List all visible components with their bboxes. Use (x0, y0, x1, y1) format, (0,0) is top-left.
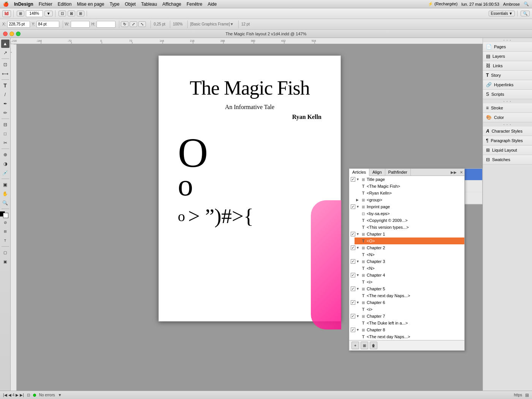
pencil-tool[interactable]: ✏ (1, 109, 10, 117)
list-item[interactable]: T <This version types...> (355, 224, 464, 231)
next-page-btn[interactable]: ▶ (16, 393, 19, 397)
menu-mise-en-page[interactable]: Mise en page (77, 2, 104, 7)
selection-tool[interactable]: ▲ (1, 40, 10, 48)
eyedropper-tool[interactable]: 💉 (1, 169, 10, 177)
list-item[interactable]: ▼ ⊞ Chapter 6 (349, 299, 464, 306)
workspace-selector[interactable]: Essentials ▼ (489, 11, 515, 16)
x-field[interactable] (7, 21, 30, 28)
tab-pathfinder[interactable]: Pathfinder (385, 169, 411, 176)
menu-affichage[interactable]: Affichage (162, 2, 181, 7)
search-icon[interactable]: 🔍 (524, 2, 529, 6)
list-item[interactable]: T <O> (355, 238, 464, 244)
panel-pages[interactable]: 📄 Pages (483, 42, 532, 52)
delete-article-btn[interactable]: 🗑 (370, 342, 377, 349)
panel-toggle-btn[interactable]: ⊞ (525, 393, 529, 398)
minimize-button[interactable] (10, 32, 14, 36)
expand-ch1[interactable]: ▼ (356, 232, 360, 236)
expand-imprint[interactable]: ▼ (356, 205, 360, 209)
checkbox-ch8[interactable] (351, 328, 355, 332)
checkbox-ch6[interactable] (351, 300, 355, 305)
container-mode-btn[interactable]: ⊞ (1, 227, 10, 236)
gradient-tool[interactable]: ◑ (1, 160, 10, 168)
layout-btn3[interactable]: ⊞ (77, 11, 84, 16)
rotate-btn[interactable]: ↻ (121, 21, 128, 27)
list-item[interactable]: T <N> (355, 265, 464, 272)
page-tool[interactable]: ⊡ (1, 60, 10, 69)
zoom-dropdown[interactable]: ▼ (44, 11, 53, 16)
menu-edition[interactable]: Edition (58, 2, 72, 7)
preview-mode-tool[interactable]: ▣ (1, 180, 10, 189)
zoom-display[interactable]: 148% (26, 10, 43, 17)
maximize-button[interactable] (16, 32, 21, 36)
list-item[interactable]: ▼ ⊞ Chapter 4 (349, 272, 464, 279)
checkbox-ch1[interactable] (351, 232, 355, 236)
expand-title-page[interactable]: ▼ (356, 177, 360, 181)
panel-hyperlinks[interactable]: 🔗 Hyperlinks (483, 80, 532, 90)
list-item[interactable]: T <Copyright © 2009...> (355, 217, 464, 224)
checkbox-ch5[interactable] (351, 287, 355, 291)
list-item[interactable]: ⊡ <by-sa.eps> (355, 210, 464, 217)
menu-objet[interactable]: Objet (125, 2, 136, 7)
panel-paragraph-styles[interactable]: ¶ Paragraph Styles (483, 136, 532, 146)
panel-story[interactable]: T Story (483, 71, 532, 80)
list-item[interactable]: T <i> (355, 279, 464, 285)
checkbox-ch3[interactable] (351, 259, 355, 264)
scissors-tool[interactable]: ✂ (1, 139, 10, 147)
expand-ch7[interactable]: ▼ (356, 314, 360, 318)
panel-links[interactable]: ⛓ Links (483, 61, 532, 71)
panel-close-btn[interactable]: ✕ (458, 169, 464, 175)
checkbox-ch7[interactable] (351, 314, 355, 318)
list-item[interactable]: ▼ ⊞ Chapter 5 (349, 285, 464, 292)
checkbox-ch2[interactable] (351, 245, 355, 250)
expand-ch2[interactable]: ▼ (356, 246, 360, 250)
menu-type[interactable]: Type (109, 2, 119, 7)
list-item[interactable]: ▼ ⊞ Chapter 7 (349, 313, 464, 320)
list-item[interactable]: T <The Duke left in a...> (355, 320, 464, 326)
add-article-btn[interactable]: + (352, 342, 359, 349)
panel-character-styles[interactable]: A Character Styles (483, 127, 532, 136)
tab-articles[interactable]: Articles (349, 169, 369, 176)
list-item[interactable]: ▼ ⊞ Chapter 1 (349, 231, 464, 238)
scale-btn[interactable]: ⤢ (130, 21, 137, 27)
expand-ch8[interactable]: ▼ (356, 328, 360, 332)
stroke-color[interactable] (3, 213, 8, 218)
tabs-overflow-btn[interactable]: ▶▶ (449, 169, 458, 175)
close-button[interactable] (3, 32, 8, 36)
text-tool[interactable]: T (1, 81, 10, 90)
checkbox-title-page[interactable] (351, 177, 355, 182)
list-item[interactable]: ▼ ⊞ Chapter 2 (349, 244, 464, 251)
expand-group[interactable]: ▶ (356, 198, 360, 202)
apple-menu[interactable]: 🍎 (3, 2, 9, 7)
rectangle-tool[interactable]: □ (1, 130, 10, 138)
expand-ch5[interactable]: ▼ (356, 287, 360, 291)
text-mode-btn[interactable]: T (1, 236, 10, 245)
checkbox-imprint[interactable] (351, 204, 355, 209)
panel-layers[interactable]: ▤ Layers (483, 52, 532, 61)
panel-color[interactable]: 🎨 Color (483, 113, 532, 122)
list-item[interactable]: T <The next day Naps...> (355, 333, 464, 340)
panel-swatches[interactable]: ⊟ Swatches (483, 155, 532, 165)
shear-btn[interactable]: ⤡ (138, 21, 146, 27)
expand-ch6[interactable]: ▼ (356, 301, 360, 304)
free-transform-tool[interactable]: ⊕ (1, 150, 10, 159)
layout-btn2[interactable]: ⊠ (68, 11, 75, 16)
view-mode-btn[interactable]: ⊞ (17, 11, 24, 16)
h-field[interactable] (97, 21, 116, 28)
list-item[interactable]: ▼ ⊞ Title page (349, 176, 464, 183)
list-item[interactable]: T <The next day Naps...> (355, 292, 464, 299)
first-page-btn[interactable]: |◀ (3, 393, 7, 397)
panel-scripts[interactable]: S Scripts (483, 90, 532, 99)
hand-tool[interactable]: ✋ (1, 190, 10, 198)
gap-tool[interactable]: ⟷ (1, 70, 10, 78)
zoom-tool[interactable]: 🔍 (1, 199, 10, 207)
menu-aide[interactable]: Aide (207, 2, 217, 7)
panel-stroke[interactable]: ≡ Stroke (483, 103, 532, 113)
menu-fichier[interactable]: Fichier (39, 2, 52, 7)
normal-mode-btn[interactable]: ▢ (1, 248, 10, 256)
apply-none-btn[interactable]: ⊘ (1, 218, 10, 226)
list-item[interactable]: ▼ ⊞ Imprint page (349, 203, 464, 210)
menu-tableau[interactable]: Tableau (141, 2, 157, 7)
list-item[interactable]: ▼ ⊞ Chapter 3 (349, 258, 464, 265)
rectangle-frame-tool[interactable]: ⊟ (1, 120, 10, 129)
list-item[interactable]: T <Ryan Kelln> (355, 190, 464, 196)
